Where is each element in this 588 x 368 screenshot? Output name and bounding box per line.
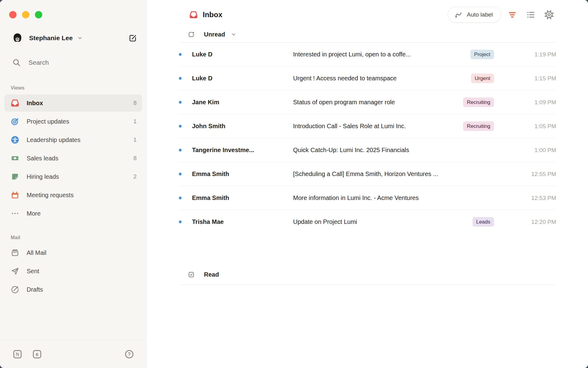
email-time: 1:15 PM [513,75,556,82]
settings-button[interactable] [542,8,556,22]
unread-dot-icon [179,101,182,104]
read-group-header[interactable]: Read [179,264,556,285]
sidebar-footer: N 6 ? [0,340,146,368]
email-time: 12:53 PM [513,195,556,201]
unread-group-label: Unread [204,31,225,38]
sidebar-item-drafts[interactable]: Drafts [4,281,142,298]
unread-count: 1 [133,136,137,143]
email-tag-badge[interactable]: Urgent [471,74,494,83]
sidebar-item-sales-leads[interactable]: Sales leads8 [4,150,142,167]
search-input[interactable]: Search [6,56,142,69]
unread-dot-icon [179,220,182,223]
help-icon[interactable]: ? [124,349,134,359]
zoom-button[interactable] [35,11,42,18]
svg-text:N: N [16,351,19,357]
calendar-icon [10,190,20,200]
email-subject: Urgent ! Access needed to teamspace [293,75,466,82]
auto-label-icon [454,11,462,19]
email-row[interactable]: Luke DInterested in project Lumi, open t… [179,43,556,67]
email-list: Luke DInterested in project Lumi, open t… [179,43,556,234]
unread-group-header[interactable]: Unread [179,26,556,43]
sidebar: Stephanie Lee Search ViewsInbox8Project … [0,0,146,368]
unread-dot-icon [179,125,182,128]
inbox-icon [10,98,20,108]
email-subject: More information in Lumi Inc. - Acme Ven… [293,194,508,201]
unread-dot-icon [179,53,182,56]
sidebar-item-label: Project updates [27,118,69,125]
email-row[interactable]: Luke DUrgent ! Access needed to teamspac… [179,67,556,90]
email-sender: Trisha Mae [192,218,293,225]
sidebar-item-label: All Mail [27,249,46,256]
account-switcher[interactable]: Stephanie Lee [11,31,138,45]
list-view-button[interactable] [524,8,538,22]
email-sender: John Smith [192,123,293,130]
email-sender: Luke D [192,75,293,82]
minimize-button[interactable] [22,11,29,18]
read-checkbox-icon [188,271,195,278]
svg-text:6: 6 [36,352,38,357]
compose-button[interactable] [128,33,138,43]
unread-dot-icon [179,77,182,80]
email-sender: Emma Smith [192,194,293,201]
email-row[interactable]: John SmithIntroduction Call - Sales Role… [179,114,556,138]
drafts-icon [10,285,20,294]
email-tag-badge[interactable]: Recruiting [463,121,494,131]
sidebar-item-label: Meeting requests [27,192,74,199]
unread-dot-icon [179,149,182,151]
sidebar-item-label: Hiring leads [27,173,59,180]
sidebar-item-meeting-requests[interactable]: Meeting requests [4,186,142,204]
email-sender: Tangerine Investme... [192,147,293,154]
filter-button[interactable] [505,8,519,22]
close-button[interactable] [9,11,17,18]
email-row[interactable]: Trisha MaeUpdate on Project LumiLeads12:… [179,210,556,234]
page-title: Inbox [203,10,222,19]
calendar-app-icon[interactable]: 6 [32,349,42,359]
email-tag-badge[interactable]: Leads [473,217,494,227]
sidebar-item-hiring-leads[interactable]: Hiring leads2 [4,168,142,185]
email-sender: Luke D [192,51,293,58]
email-sender: Emma Smith [192,171,293,178]
sidebar-item-project-updates[interactable]: Project updates1 [4,113,142,130]
email-row[interactable]: Emma Smith[Scheduling a Call] Emma Smith… [179,162,556,186]
email-subject: Quick Catch-Up: Lumi Inc. 2025 Financial… [293,147,508,154]
email-time: 1:05 PM [513,123,556,130]
sidebar-item-leadership-updates[interactable]: Leadership updates1 [4,131,142,148]
sidebar-item-label: Leadership updates [27,136,81,144]
unread-count: 8 [133,155,137,162]
email-tag-badge[interactable]: Recruiting [463,98,494,107]
toolbar: Auto label [448,7,556,23]
ellipsis-icon [10,209,20,218]
sidebar-item-all-mail[interactable]: All Mail [4,244,142,261]
auto-label-button[interactable]: Auto label [448,7,501,23]
send-icon [10,266,20,276]
sidebar-item-label: Sales leads [27,155,58,162]
email-time: 1:00 PM [513,147,556,154]
email-subject: Interested in project Lumi, open to a co… [293,51,466,58]
email-row[interactable]: Tangerine Investme...Quick Catch-Up: Lum… [179,138,556,162]
email-row[interactable]: Jane KimStatus of open program manager r… [179,90,556,114]
unread-icon [188,31,195,38]
sidebar-item-label: More [27,210,41,217]
person-circle-icon [10,135,20,144]
email-time: 1:19 PM [513,51,556,58]
search-placeholder: Search [28,59,49,66]
unread-dot-icon [179,197,182,199]
chevron-down-icon [231,31,237,37]
sidebar-item-sent[interactable]: Sent [4,263,142,280]
email-sender: Jane Kim [192,99,293,106]
unread-count: 2 [133,173,137,180]
svg-text:?: ? [128,351,131,357]
notion-logo-icon[interactable]: N [12,349,23,359]
all-mail-icon [10,248,20,257]
sidebar-item-more[interactable]: More [4,205,142,222]
email-tag-badge[interactable]: Project [470,50,494,59]
read-group-label: Read [204,271,219,278]
email-row[interactable]: Emma SmithMore information in Lumi Inc. … [179,186,556,210]
sidebar-sections: ViewsInbox8Project updates1Leadership up… [0,72,146,299]
email-subject: Introduction Call - Sales Role at Lumi I… [293,123,458,130]
sidebar-item-inbox[interactable]: Inbox8 [4,94,142,112]
main-panel: Inbox Auto label Unread Luke DInterest [146,0,588,368]
email-time: 1:09 PM [513,99,556,106]
section-title: Views [11,85,146,91]
email-subject: [Scheduling a Call] Emma Smith, Horizon … [293,171,508,178]
